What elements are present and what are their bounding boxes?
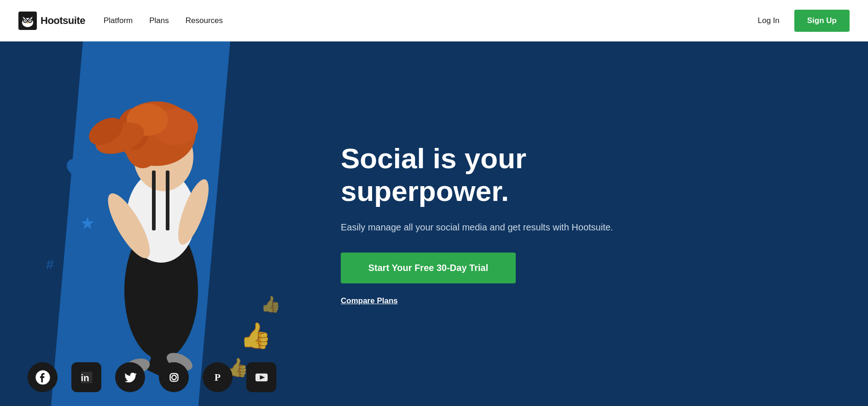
svg-point-36 — [176, 374, 177, 375]
logo[interactable]: Hootsuite — [18, 12, 85, 30]
hero-person-image — [64, 69, 258, 382]
hero-subtext: Easily manage all your social media and … — [341, 220, 626, 234]
navbar-actions: Log In Sign Up — [752, 10, 850, 32]
hero-social-icons: in P — [28, 362, 276, 392]
hero-visual: # # 👍 👍 👍 — [0, 41, 285, 406]
compare-plans-link[interactable]: Compare Plans — [341, 296, 831, 306]
nav-plans[interactable]: Plans — [149, 16, 169, 25]
youtube-icon[interactable] — [246, 362, 276, 392]
svg-point-6 — [25, 20, 26, 21]
logo-text: Hootsuite — [41, 15, 85, 27]
nav-platform[interactable]: Platform — [104, 16, 133, 25]
svg-point-33 — [166, 369, 182, 386]
cta-button[interactable]: Start Your Free 30-Day Trial — [341, 253, 516, 283]
person-svg — [74, 69, 249, 382]
hero-section: # # 👍 👍 👍 — [0, 41, 868, 406]
svg-rect-24 — [166, 171, 169, 230]
facebook-icon[interactable] — [28, 362, 58, 392]
hashtag-small-icon: # — [46, 257, 54, 272]
twitter-icon[interactable] — [115, 362, 145, 392]
svg-text:P: P — [214, 372, 220, 383]
signup-button[interactable]: Sign Up — [794, 10, 850, 32]
main-nav: Platform Plans Resources — [104, 16, 752, 25]
instagram-icon[interactable] — [159, 362, 189, 392]
owl-icon — [18, 12, 37, 30]
hero-content: Social is your superpower. Easily manage… — [285, 41, 868, 406]
svg-text:in: in — [81, 372, 89, 382]
svg-point-7 — [29, 20, 31, 21]
navbar: Hootsuite Platform Plans Resources Log I… — [0, 0, 868, 41]
svg-rect-23 — [152, 171, 156, 230]
thumbsup-small-icon: 👍 — [261, 295, 281, 314]
pinterest-icon[interactable]: P — [203, 362, 233, 392]
hero-headline: Social is your superpower. — [341, 142, 663, 208]
linkedin-icon[interactable]: in — [71, 362, 101, 392]
nav-resources[interactable]: Resources — [186, 16, 223, 25]
login-button[interactable]: Log In — [752, 12, 785, 29]
